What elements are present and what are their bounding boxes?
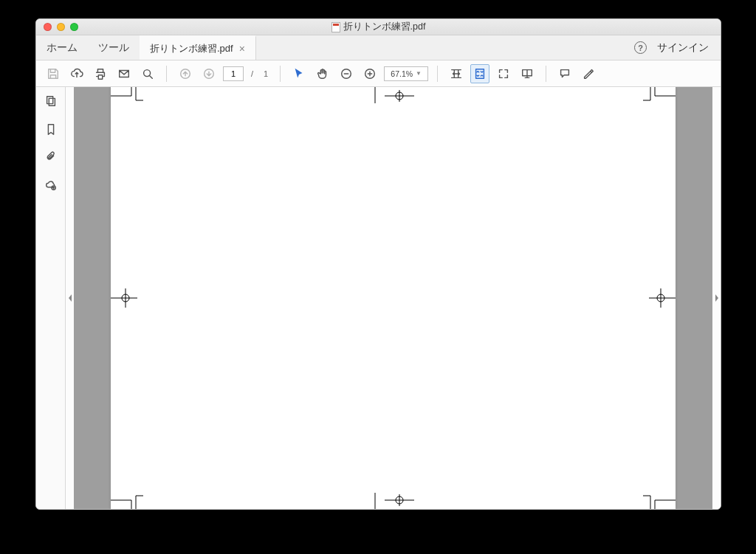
- save-button[interactable]: [44, 64, 63, 83]
- tab-tools[interactable]: ツール: [88, 35, 140, 60]
- svg-rect-8: [49, 98, 55, 105]
- prev-page-button[interactable]: [176, 64, 195, 83]
- window-title-text: 折りトンボ練習.pdf: [343, 21, 426, 33]
- signin-button[interactable]: サインイン: [657, 41, 709, 55]
- zoom-level-label: 67.1%: [391, 69, 413, 78]
- fold-mark-top-center: [371, 87, 416, 105]
- crop-mark-top-right: [643, 87, 676, 105]
- cloud-upload-button[interactable]: [67, 64, 86, 83]
- crop-mark-bottom-right: [643, 491, 676, 509]
- bookmarks-button[interactable]: [44, 122, 58, 139]
- fold-mark-bottom-center: [371, 491, 416, 509]
- tab-close-icon[interactable]: ×: [239, 44, 245, 54]
- search-button[interactable]: [138, 64, 157, 83]
- comment-button[interactable]: [555, 64, 574, 83]
- chevron-down-icon: ▼: [416, 70, 422, 77]
- separator: [166, 66, 167, 82]
- tab-bar: ホーム ツール 折りトンボ練習.pdf × ? サインイン: [36, 35, 721, 60]
- left-collapse-handle[interactable]: [66, 87, 74, 509]
- page-viewport[interactable]: [74, 87, 712, 509]
- app-window: 折りトンボ練習.pdf ホーム ツール 折りトンボ練習.pdf × ? サインイ…: [35, 18, 721, 510]
- svg-rect-5: [476, 69, 484, 78]
- email-button[interactable]: [114, 64, 134, 83]
- content-area: [36, 87, 721, 509]
- print-button[interactable]: [91, 64, 110, 83]
- main-toolbar: / 1 67.1% ▼: [36, 60, 721, 87]
- titlebar: 折りトンボ練習.pdf: [36, 19, 721, 35]
- window-title: 折りトンボ練習.pdf: [36, 21, 721, 33]
- left-sidebar: [36, 87, 66, 509]
- tab-home[interactable]: ホーム: [36, 35, 88, 60]
- help-icon[interactable]: ?: [634, 41, 647, 54]
- zoom-out-button[interactable]: [337, 64, 356, 83]
- register-mark-right: [646, 287, 676, 309]
- zoom-in-button[interactable]: [360, 64, 379, 83]
- page-total: 1: [261, 69, 271, 78]
- cloud-files-button[interactable]: [44, 179, 58, 195]
- zoom-level-dropdown[interactable]: 67.1% ▼: [384, 66, 428, 81]
- next-page-button[interactable]: [199, 64, 219, 83]
- separator: [546, 66, 546, 82]
- page-separator: /: [248, 69, 256, 78]
- tab-right-group: ? サインイン: [622, 35, 721, 60]
- right-collapse-handle[interactable]: [712, 87, 721, 509]
- crop-mark-bottom-left: [111, 491, 143, 509]
- separator: [280, 66, 281, 82]
- crop-mark-top-left: [111, 87, 143, 105]
- thumbnails-button[interactable]: [44, 94, 58, 111]
- pdf-page: [111, 87, 676, 509]
- select-tool-button[interactable]: [289, 64, 309, 83]
- fit-page-button[interactable]: [470, 64, 489, 83]
- fullscreen-button[interactable]: [494, 64, 513, 83]
- fit-width-button[interactable]: [447, 64, 466, 83]
- attachments-button[interactable]: [44, 150, 58, 167]
- document-pane: [66, 87, 721, 509]
- highlight-button[interactable]: [579, 64, 598, 83]
- pdf-file-icon: [331, 22, 340, 32]
- read-mode-button[interactable]: [518, 64, 537, 83]
- hand-tool-button[interactable]: [313, 64, 332, 83]
- separator: [437, 66, 438, 82]
- svg-rect-7: [47, 97, 52, 104]
- tab-document-label: 折りトンボ練習.pdf: [150, 42, 233, 55]
- tab-document[interactable]: 折りトンボ練習.pdf ×: [140, 35, 256, 60]
- register-mark-left: [111, 287, 140, 309]
- page-number-input[interactable]: [223, 66, 244, 81]
